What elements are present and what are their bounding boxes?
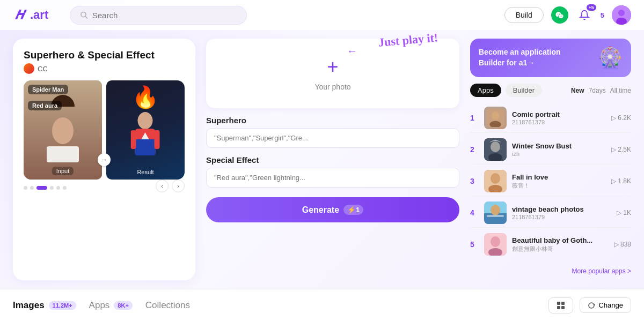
flames-decoration: 🔥 <box>132 85 159 110</box>
thumb-2 <box>484 138 507 161</box>
photo-upload-box[interactable]: + Your photo <box>206 39 459 108</box>
effect-field: Special Effect <box>206 155 459 188</box>
promo-icon: 🎡 <box>597 46 623 70</box>
superhero-field: Superhero <box>206 116 459 148</box>
thumb-5 <box>484 233 507 256</box>
generate-label: Generate <box>302 205 339 215</box>
notification-button[interactable]: +5 <box>576 6 593 24</box>
svg-rect-29 <box>557 306 560 309</box>
svg-point-15 <box>491 141 500 152</box>
search-input[interactable] <box>92 11 237 20</box>
logo-icon <box>13 8 28 23</box>
mid-panel: Just play it! ← + Your photo Superhero S… <box>206 39 459 280</box>
views-count-1: 6.2K <box>618 114 631 122</box>
images-badge: 11.2M+ <box>49 301 76 310</box>
views-count-2: 2.5K <box>618 146 631 153</box>
left-card: Superhero & Special Effect CC Spider Man… <box>13 39 195 280</box>
svg-rect-23 <box>487 215 504 217</box>
carousel-dots <box>24 186 67 190</box>
search-bar[interactable] <box>70 6 247 25</box>
prev-button[interactable]: ‹ <box>156 180 169 192</box>
next-button[interactable]: › <box>172 180 185 192</box>
svg-point-0 <box>81 12 86 17</box>
generate-button[interactable]: Generate ⚡1 <box>206 197 459 222</box>
collections-label: Collections <box>145 300 190 311</box>
app-info-3: Fall in love 薇音！ <box>512 173 606 190</box>
app-info-1: Comic portrait 2118761379 <box>512 110 606 125</box>
svg-rect-27 <box>557 302 560 305</box>
app-views-5: ▷838 <box>614 241 631 248</box>
svg-point-12 <box>492 111 500 120</box>
tab-builder[interactable]: Builder <box>506 84 542 97</box>
user-avatar[interactable] <box>612 5 631 25</box>
author-avatar <box>24 63 34 74</box>
app-item-3[interactable]: 3 Fall in love 薇音！ ▷1.8K <box>470 167 631 196</box>
dot-1 <box>24 186 27 190</box>
face-oval <box>52 117 74 144</box>
header-right: Build +5 5 <box>504 5 631 25</box>
nav-images[interactable]: Images 11.2M+ <box>13 300 76 311</box>
tab-apps[interactable]: Apps <box>470 84 501 97</box>
author-name: CC <box>38 65 48 73</box>
result-label: Result <box>137 169 153 175</box>
views-count-5: 838 <box>620 241 631 248</box>
input-label: Input <box>52 167 74 175</box>
curved-arrow: ← <box>347 45 357 57</box>
promo-card[interactable]: Become an application Builder for a1→ 🎡 <box>470 39 631 77</box>
svg-rect-9 <box>155 130 160 149</box>
arrow-divider: → <box>98 153 111 166</box>
app-item-2[interactable]: 2 Winter Snow Bust izh ▷2.5K <box>470 135 631 165</box>
image-showcase: Spider Man Red aura Input → 🔥 <box>24 80 185 180</box>
rank-1: 1 <box>470 114 479 122</box>
app-name-5: Beautiful baby of Goth... <box>512 236 609 244</box>
app-info-2: Winter Snow Bust izh <box>512 142 606 157</box>
app-item-5[interactable]: 5 Beautiful baby of Goth... 創意無限小林哥 ▷838 <box>470 230 631 259</box>
app-name-3: Fall in love <box>512 173 606 181</box>
app-views-3: ▷1.8K <box>611 177 631 185</box>
nav-apps[interactable]: Apps 8K+ <box>89 300 133 311</box>
carousel-controls: ‹ › <box>24 180 185 192</box>
svg-rect-7 <box>135 139 156 155</box>
tabs-row: Apps Builder New 7days All time <box>470 84 631 97</box>
nav-collections[interactable]: Collections <box>145 300 190 311</box>
avatar-image <box>612 5 631 25</box>
dot-5 <box>56 186 60 190</box>
rank-5: 5 <box>470 240 479 249</box>
wechat-icon[interactable] <box>551 6 568 24</box>
apps-list: 1 Comic portrait 2118761379 ▷6.2 <box>470 103 631 259</box>
svg-line-1 <box>85 17 87 19</box>
filter-new[interactable]: New <box>571 87 584 94</box>
logo[interactable]: .art <box>13 8 61 23</box>
effect-label: Special Effect <box>206 155 459 165</box>
grid-view-button[interactable] <box>548 297 573 313</box>
red-aura-tag: Red aura <box>28 101 62 110</box>
app-item-1[interactable]: 1 Comic portrait 2118761379 ▷6.2 <box>470 103 631 133</box>
filter-7days[interactable]: 7days <box>589 87 606 94</box>
app-info-4: vintage beach photos 2118761379 <box>512 205 611 220</box>
app-views-4: ▷1K <box>617 209 631 217</box>
more-link[interactable]: More popular apps > <box>470 265 631 275</box>
dot-2 <box>30 186 34 190</box>
effect-input[interactable] <box>206 168 459 188</box>
notification-badge: +5 <box>587 4 596 11</box>
app-creator-4: 2118761379 <box>512 214 611 220</box>
change-button[interactable]: Change <box>580 297 631 313</box>
filter-alltime[interactable]: All time <box>610 87 631 94</box>
superhero-body <box>131 110 160 169</box>
app-info-5: Beautiful baby of Goth... 創意無限小林哥 <box>512 236 609 253</box>
app-item-4[interactable]: 4 vintage beach photos 2118761379 ▷1K <box>470 198 631 228</box>
svg-marker-31 <box>593 304 595 305</box>
app-creator-1: 2118761379 <box>512 119 606 125</box>
change-label: Change <box>598 301 623 309</box>
app-name-4: vintage beach photos <box>512 205 611 213</box>
app-creator-5: 創意無限小林哥 <box>512 245 609 253</box>
spider-man-tag: Spider Man <box>28 85 68 94</box>
grid-icon <box>557 301 565 310</box>
promo-text: Become an application Builder for a1→ <box>479 47 586 68</box>
superhero-input[interactable] <box>206 128 459 148</box>
card-author: CC <box>24 63 185 74</box>
build-button[interactable]: Build <box>504 7 544 23</box>
app-views-2: ▷2.5K <box>611 146 631 153</box>
rank-4: 4 <box>470 208 479 217</box>
apps-label: Apps <box>89 300 110 311</box>
